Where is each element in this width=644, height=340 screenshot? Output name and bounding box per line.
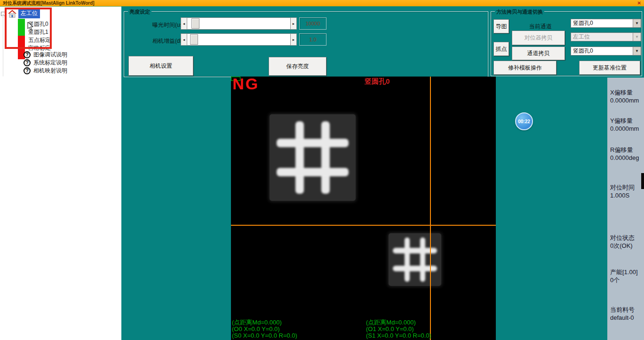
measurement-readout-right: (点距离Md=0.000) (O1 X=0.0 Y=0.0) (S1 X=0.0… <box>366 319 431 339</box>
chevron-down-icon[interactable]: ▼ <box>633 47 641 55</box>
repair-template-button[interactable]: 修补模板操作 <box>493 61 557 75</box>
question-icon: ? <box>24 51 31 58</box>
stat-throughput: 产能[1.00]0个 <box>610 268 638 284</box>
camera-view[interactable]: NG 竖圆孔0 (点距离Md=0.000) (O0 X=0.0 Y=0.0) (… <box>231 77 496 340</box>
exposure-value-box: 10000 <box>299 17 326 30</box>
gain-slider-track[interactable] <box>187 33 290 46</box>
measurement-readout-left: (点距离Md=0.000) (O0 X=0.0 Y=0.0) (S0 X=0.0… <box>232 319 297 339</box>
method-panel-title: 方法拷贝与通道切换 <box>495 8 544 16</box>
stat-align-status: 对位状态0次(OK) <box>610 234 635 250</box>
exposure-slider-thumb[interactable] <box>191 18 199 29</box>
stat-y-offset: Y偏移量0.0000mm <box>610 117 639 133</box>
aligner-copy-button[interactable]: 对位器拷贝 <box>512 31 565 45</box>
close-icon[interactable]: ✕ <box>637 0 641 7</box>
window-title: 对位系统调试流程[MastAlign LinkToWord] <box>3 0 95 7</box>
scrollbar-thumb[interactable] <box>641 173 644 189</box>
stat-r-offset: R偏移量0.0000deg <box>610 146 639 162</box>
slider-left-arrow[interactable]: ◄ <box>181 17 187 30</box>
status-bar-green <box>18 19 25 36</box>
result-status-text: NG <box>232 75 259 93</box>
stat-x-offset: X偏移量0.0000mm <box>610 88 639 104</box>
brightness-settings-panel: 亮度设定 曝光时间(us) ◄ ► 10000 相机增益(db) ◄ ► 1.0… <box>124 11 488 77</box>
tree-expand-toggle[interactable]: - <box>1 12 5 16</box>
tree-item-image-debug-help[interactable]: ? 图像调试说明 <box>24 51 67 59</box>
current-channel-label: 当前通道 <box>524 23 557 31</box>
current-channel-dropdown[interactable]: 竖圆孔0 ▼ <box>571 19 641 28</box>
tree-connector-line <box>3 17 3 76</box>
copy-target-channel-dropdown[interactable]: 竖圆孔0 ▼ <box>571 47 641 55</box>
camera-settings-button[interactable]: 相机设置 <box>128 56 193 76</box>
question-icon: ? <box>24 59 31 66</box>
tree-item-camera-mapping-help[interactable]: ? 相机映射说明 <box>24 67 67 75</box>
home-icon <box>8 10 17 17</box>
stat-align-time: 对位时间1.000S <box>610 183 635 199</box>
update-base-position-button[interactable]: 更新基准位置 <box>579 61 640 75</box>
method-copy-panel: 方法拷贝与通道切换 导图 当前通道 竖圆孔0 ▼ 对位器拷贝 左工位 ▼ 抓点 … <box>491 11 642 76</box>
exposure-time-slider[interactable]: ◄ ► <box>181 17 297 30</box>
crosshair-vertical-line <box>430 77 431 340</box>
title-bar: 对位系统调试流程[MastAlign LinkToWord] ✕ <box>0 0 644 7</box>
alignment-stats-panel: X偏移量0.0000mm Y偏移量0.0000mm R偏移量0.0000deg … <box>607 78 644 340</box>
slider-right-arrow[interactable]: ► <box>290 33 297 46</box>
save-brightness-button[interactable]: 保存亮度 <box>269 57 326 76</box>
application-window: 对位系统调试流程[MastAlign LinkToWord] ✕ - 左工位 竖… <box>0 0 644 340</box>
tree-item-hole1[interactable]: 竖圆孔1 <box>28 29 48 35</box>
question-icon: ? <box>24 67 31 74</box>
tree-item-hole0[interactable]: 竖圆孔0 <box>28 21 48 27</box>
tree-item-five-point-calib[interactable]: 五点标定 <box>28 37 51 43</box>
fiducial-mark-upper <box>270 114 356 201</box>
navigation-tree-panel: - 左工位 竖圆孔0 竖圆孔1 五点标定 宫格标定 ? 图像调试说明 ? 系统 <box>0 7 121 340</box>
camera-gain-slider[interactable]: ◄ ► <box>181 33 297 46</box>
guide-map-button[interactable]: 导图 <box>493 19 509 33</box>
chevron-down-icon[interactable]: ▼ <box>633 33 641 41</box>
grab-point-button[interactable]: 抓点 <box>493 42 509 56</box>
slider-left-arrow[interactable]: ◄ <box>181 33 187 46</box>
exposure-time-label: 曝光时间(us) <box>152 21 185 29</box>
channel-copy-button[interactable]: 通道拷贝 <box>512 47 565 60</box>
crosshair-horizontal-line <box>231 225 496 226</box>
slider-right-arrow[interactable]: ► <box>290 17 297 30</box>
view-channel-label: 竖圆孔0 <box>365 77 390 86</box>
station-dropdown[interactable]: 左工位 ▼ <box>571 32 641 41</box>
exposure-slider-track[interactable] <box>187 17 290 30</box>
recording-timer-badge[interactable]: 00:22 <box>515 112 533 130</box>
brightness-panel-title: 亮度设定 <box>128 8 151 16</box>
gain-slider-thumb[interactable] <box>190 34 198 45</box>
gain-value-box: 1.0 <box>299 33 326 46</box>
tree-item-station[interactable]: 左工位 <box>18 9 40 18</box>
stat-current-part-number: 当前料号default-0 <box>610 306 635 322</box>
chevron-down-icon[interactable]: ▼ <box>633 19 641 27</box>
tree-item-grid-calib[interactable]: 宫格标定 <box>28 45 51 51</box>
fiducial-mark-lower <box>389 233 441 286</box>
camera-gain-label: 相机增益(db) <box>152 37 185 45</box>
tree-item-system-calib-help[interactable]: ? 系统标定说明 <box>24 59 67 67</box>
